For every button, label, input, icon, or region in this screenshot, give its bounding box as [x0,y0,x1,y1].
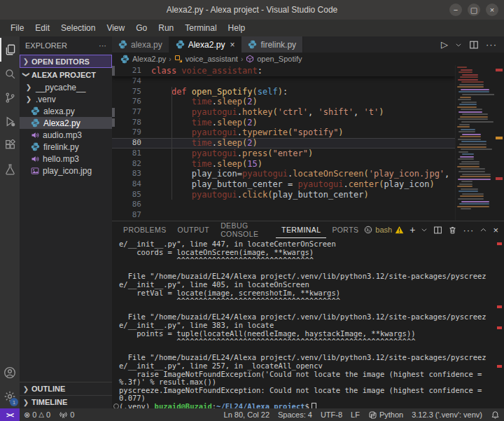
more-icon[interactable]: ··· [486,40,497,49]
problems-status[interactable]: ⊗0 △0 [20,410,55,419]
collapse-icon[interactable] [479,226,487,234]
menu-help[interactable]: Help [223,22,251,34]
shell-name: bash [375,226,392,234]
tab-Alexa2.py[interactable]: Alexa2.py× [169,36,242,53]
breadcrumb-open_Spotify[interactable]: open_Spotify [246,55,302,63]
bottom-panel: PROBLEMSOUTPUTDEBUG CONSOLETERMINALPORTS… [112,221,504,408]
tab-alexa.py[interactable]: alexa.py [112,36,169,53]
remote-indicator[interactable]: >< [0,408,20,421]
minimize-icon[interactable]: − [449,4,462,16]
terminal-dropdown-icon[interactable] [421,226,428,233]
file-name: Alexa2.py [43,118,80,128]
activitybar-extensions[interactable] [0,133,20,157]
maximize-icon[interactable]: ▢ [468,4,480,16]
file-item-hello.mp3[interactable]: hello.mp3 [20,153,112,165]
file-name: hello.mp3 [43,154,79,164]
status-language-mode[interactable]: Python [364,410,407,420]
menu-run[interactable]: Run [153,22,178,34]
code-text: time.sleep(2) [151,138,258,149]
activitybar-explorer[interactable] [0,38,20,62]
file-item-Alexa2.py[interactable]: Alexa2.py [20,117,112,129]
status-encoding[interactable]: UTF-8 [316,410,346,419]
new-terminal-icon[interactable]: + [410,225,415,235]
activitybar-search[interactable] [0,62,20,85]
file-item-__pycache__[interactable]: ❯__pycache__ [20,81,112,93]
menu-selection[interactable]: Selection [56,22,100,34]
explorer-title: EXPLORER [25,41,67,50]
terminal-scrollbar-mark [497,305,502,308]
split-terminal-icon[interactable] [433,226,442,235]
terminal-prompt[interactable]: (.venv) buzaid@Buzaid:~/EL24/Alexa proje… [119,403,494,408]
panel-tab-terminal[interactable]: TERMINAL [276,221,326,238]
activitybar-testing[interactable] [0,157,20,181]
shell-selector[interactable]: bash [364,226,404,234]
code-text: play_button_center = pyautogui.center(pl… [151,179,435,190]
breadcrumb-separator: › [241,55,243,63]
code-text: class voice_assistant: [151,65,262,76]
code-line-82: 82 time.sleep(15) [112,159,455,170]
outline-section[interactable]: ❯ OUTLINE [20,382,112,395]
file-item-firelink.py[interactable]: firelink.py [20,141,112,153]
terminal-line: ^^^^^^^^^^^^^^^^^^^^^^^^^^^^^^^ [119,256,494,265]
explorer-more-icon[interactable]: ··· [99,41,106,50]
vscode-window: Alexa2.py - Alexa project - Visual Studi… [0,0,504,421]
activitybar-account[interactable] [0,361,20,385]
status-cursor-position[interactable]: Ln 80, Col 22 [220,410,274,419]
line-number: 74 [112,76,151,87]
file-item-audio.mp3[interactable]: audio.mp3 [20,129,112,141]
minimap[interactable] [455,65,494,221]
code-text: pyautogui.typewrite("spotify") [151,127,344,138]
sticky-scroll-line: 21class voice_assistant: [112,65,455,76]
breadcrumb-separator: › [169,55,171,63]
panel-tab-problems[interactable]: PROBLEMS [118,221,172,238]
panel-tab-ports[interactable]: PORTS [326,221,364,238]
tab-firelink.py[interactable]: firelink.py [241,36,303,53]
status-python-interpreter[interactable]: 3.12.3 ('.venv': venv) [407,410,486,419]
menu-go[interactable]: Go [131,22,152,34]
menu-terminal[interactable]: Terminal [180,22,221,34]
close-icon[interactable]: × [493,226,498,235]
more-icon[interactable]: ··· [463,226,474,235]
terminal[interactable]: e/__init__.py", line 447, in locateCente… [112,238,504,408]
menu-edit[interactable]: Edit [30,22,55,34]
activitybar-settings[interactable]: 1 [0,385,20,408]
breadcrumb: Alexa2.py›voice_assistant›open_Spotify [112,53,504,65]
split-editor-icon[interactable] [469,40,479,50]
breadcrumb-Alexa2.py[interactable]: Alexa2.py [120,55,166,64]
file-item-alexa.py[interactable]: alexa.py [20,105,112,117]
tab-close-icon[interactable]: × [230,40,234,50]
file-name: .venv [36,95,56,104]
python-lang-icon [368,410,377,420]
run-icon[interactable]: ▷ [441,40,448,49]
menu-file[interactable]: File [6,22,29,34]
line-number: 82 [112,159,151,170]
run-and-debug-icon [4,116,16,127]
status-notifications[interactable] [486,410,504,420]
settings-badge: 1 [10,398,18,406]
line-number: 75 [112,87,151,97]
python-icon [118,40,127,49]
breadcrumb-voice_assistant[interactable]: voice_assistant [174,55,238,63]
bell-icon [491,410,500,420]
run-dropdown-icon[interactable] [455,41,462,48]
project-section[interactable]: ❯ ALEXA PROJECT [20,68,112,81]
status-eol[interactable]: LF [346,410,364,419]
close-icon[interactable]: × [486,4,498,16]
panel-tab-output[interactable]: OUTPUT [172,221,216,238]
activitybar-source-control[interactable] [0,85,20,109]
open-editors-section[interactable]: ❯ OPEN EDITORS [20,55,112,68]
code-text: pyautogui.hotkey('ctrl', 'shift', 't') [151,107,384,118]
ports-status[interactable]: 0 [55,410,78,420]
file-item-play_icon.jpg[interactable]: play_icon.jpg [20,165,112,177]
editor-scrollbar[interactable] [494,65,504,221]
activity-bar: 1 [0,36,20,408]
activitybar-run-and-debug[interactable] [0,109,20,133]
status-indentation[interactable]: Spaces: 4 [274,410,316,419]
file-item-.venv[interactable]: ❯.venv [20,93,112,105]
code-editor[interactable]: 21class voice_assistant:7475 def open_Sp… [112,65,504,221]
trash-icon[interactable] [448,226,457,235]
menu-view[interactable]: View [102,22,130,34]
timeline-section[interactable]: ❯ TIMELINE [20,395,112,408]
panel-tab-debug-console[interactable]: DEBUG CONSOLE [215,221,276,238]
explorer-icon [4,43,17,56]
